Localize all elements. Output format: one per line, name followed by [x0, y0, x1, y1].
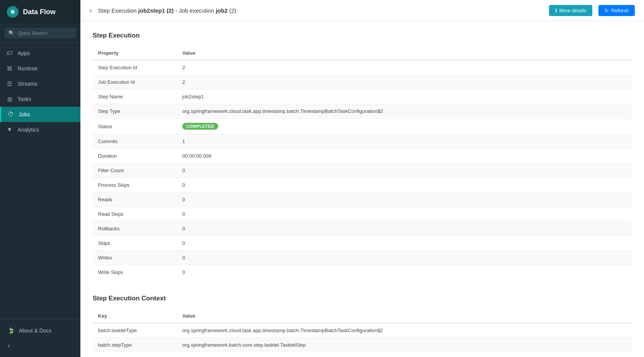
value-cell: org.springframework.cloud.task.app.times…	[177, 104, 632, 119]
sidebar-nav: 🏷 Apps ⌘ Runtime ☰ Streams ⊞ Tasks ⏱ Job…	[0, 42, 80, 319]
table-row: batch.stepTypeorg.springframework.batch.…	[93, 338, 632, 352]
about-docs-label: About & Docs	[19, 328, 52, 334]
property-cell: Duration	[93, 149, 177, 163]
step-execution-context-section: Step Execution Context Key Value batch.t…	[93, 295, 632, 352]
table-row: Step Typeorg.springframework.cloud.task.…	[93, 104, 632, 119]
col-value-header-ctx: Value	[177, 309, 632, 323]
table-row: Skips0	[93, 236, 632, 251]
status-badge: COMPLETED	[182, 123, 218, 130]
property-cell: Step Type	[93, 104, 177, 119]
table-row: StatusCOMPLETED	[93, 119, 632, 134]
sidebar-item-label: Runtime	[18, 65, 38, 72]
value-cell: 2	[177, 75, 632, 90]
property-cell: Step Name	[93, 90, 177, 104]
apps-icon: 🏷	[6, 50, 13, 57]
main-content: ‹ Step Execution job2step1 (2) - Job exe…	[80, 0, 644, 357]
top-bar: ‹ Step Execution job2step1 (2) - Job exe…	[80, 0, 644, 21]
table-row: batch.taskletTypeorg.springframework.clo…	[93, 323, 632, 338]
table-row: Step Execution Id2	[93, 60, 632, 75]
sidebar: Data Flow 🔍 🏷 Apps ⌘ Runtime ☰ Streams ⊞…	[0, 0, 80, 357]
app-title: Data Flow	[23, 8, 56, 16]
sidebar-item-label: Apps	[18, 50, 30, 56]
property-cell: Commits	[93, 134, 177, 149]
collapse-sidebar-button[interactable]: ‹	[6, 339, 74, 352]
col-value-header: Value	[177, 46, 632, 60]
col-property-header: Property	[93, 46, 177, 60]
value-cell: org.springframework.batch.core.step.task…	[177, 338, 632, 352]
table-row: Job Execution Id2	[93, 75, 632, 90]
collapse-icon: ‹	[8, 342, 10, 349]
sidebar-footer: 🍃 About & Docs ‹	[0, 319, 80, 357]
key-cell: batch.taskletType	[93, 323, 177, 338]
sidebar-item-label: Analytics	[18, 127, 39, 133]
value-cell: 2	[177, 60, 632, 75]
value-cell: org.springframework.cloud.task.app.times…	[177, 323, 632, 338]
step-execution-table: Property Value Step Execution Id2Job Exe…	[93, 46, 632, 279]
table-row: Rollbacks0	[93, 222, 632, 236]
property-cell: Write Skips	[93, 265, 177, 280]
back-button[interactable]: ‹	[90, 7, 92, 15]
search-input-wrap[interactable]: 🔍	[5, 28, 76, 38]
sidebar-logo: Data Flow	[0, 0, 80, 24]
table-row: Process Skips0	[93, 178, 632, 192]
value-cell: 0	[177, 207, 632, 222]
jobs-icon: ⏱	[7, 111, 14, 118]
value-cell: 0	[177, 163, 632, 178]
analytics-icon: ▼	[6, 126, 13, 133]
table-row: Duration00:00:00.009	[93, 149, 632, 163]
sidebar-search-container: 🔍	[0, 24, 80, 42]
content-area: Step Execution Property Value Step Execu…	[80, 21, 644, 357]
property-cell: Job Execution Id	[93, 75, 177, 90]
table-row: Read Skips0	[93, 207, 632, 222]
key-cell: batch.stepType	[93, 338, 177, 352]
col-key-header: Key	[93, 309, 177, 323]
sidebar-item-label: Tasks	[18, 96, 31, 102]
search-input[interactable]	[18, 30, 72, 36]
value-cell: job2step1	[177, 90, 632, 104]
value-cell: 00:00:00.009	[177, 149, 632, 163]
table-row: Reads0	[93, 192, 632, 207]
value-cell: 0	[177, 265, 632, 280]
table-row: Write Skips0	[93, 265, 632, 280]
sidebar-item-analytics[interactable]: ▼ Analytics	[0, 122, 80, 137]
leaf-icon: 🍃	[8, 327, 15, 334]
property-cell: Process Skips	[93, 178, 177, 192]
info-icon: ℹ	[555, 8, 557, 13]
property-cell: Reads	[93, 192, 177, 207]
property-cell: Step Execution Id	[93, 60, 177, 75]
logo-icon	[6, 5, 19, 18]
sidebar-item-streams[interactable]: ☰ Streams	[0, 76, 80, 91]
property-cell: Skips	[93, 236, 177, 251]
refresh-button[interactable]: ↻ Refresh	[598, 5, 635, 16]
page-title: Step Execution job2step1 (2) - Job execu…	[98, 7, 543, 14]
sidebar-item-label: Streams	[18, 81, 38, 87]
value-cell: 0	[177, 178, 632, 192]
more-details-button[interactable]: ℹ More details	[549, 5, 593, 16]
search-icon: 🔍	[8, 30, 15, 36]
sidebar-item-apps[interactable]: 🏷 Apps	[0, 46, 80, 61]
sidebar-item-label: Jobs	[19, 111, 30, 117]
property-cell: Rollbacks	[93, 222, 177, 236]
property-cell: Read Skips	[93, 207, 177, 222]
sidebar-item-tasks[interactable]: ⊞ Tasks	[0, 91, 80, 107]
step-execution-section: Step Execution Property Value Step Execu…	[93, 32, 632, 279]
runtime-icon: ⌘	[6, 65, 13, 72]
table-row: Step Namejob2step1	[93, 90, 632, 104]
step-execution-context-title: Step Execution Context	[93, 295, 632, 302]
value-cell: 0	[177, 192, 632, 207]
value-cell: 1	[177, 134, 632, 149]
sidebar-item-jobs[interactable]: ⏱ Jobs	[0, 107, 80, 122]
value-cell: 0	[177, 251, 632, 265]
tasks-icon: ⊞	[6, 96, 13, 103]
property-cell: Writes	[93, 251, 177, 265]
sidebar-item-runtime[interactable]: ⌘ Runtime	[0, 61, 80, 76]
value-cell: 0	[177, 236, 632, 251]
table-row: Writes0	[93, 251, 632, 265]
table-row: Filter Count0	[93, 163, 632, 178]
table-row: Commits1	[93, 134, 632, 149]
refresh-icon: ↻	[605, 8, 609, 13]
about-docs-link[interactable]: 🍃 About & Docs	[6, 324, 74, 337]
streams-icon: ☰	[6, 80, 13, 87]
value-cell: 0	[177, 222, 632, 236]
step-execution-context-table: Key Value batch.taskletTypeorg.springfra…	[93, 309, 632, 352]
